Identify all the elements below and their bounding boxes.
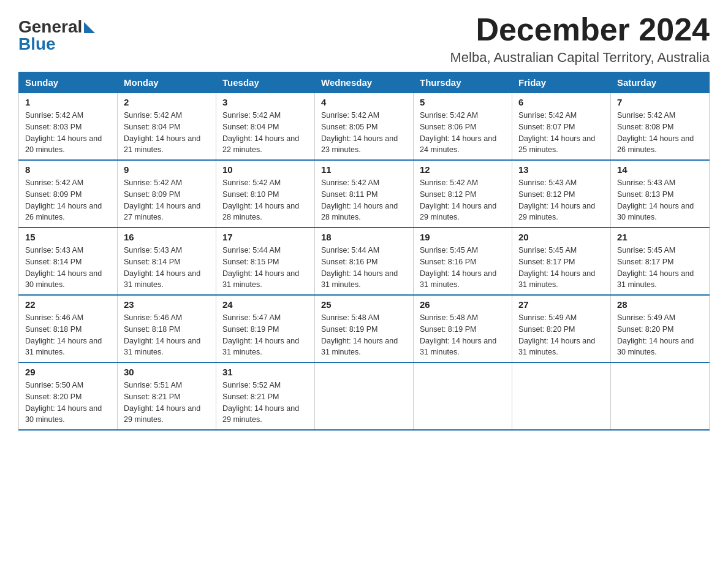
day-info: Sunrise: 5:51 AMSunset: 8:21 PMDaylight:… [124,380,210,426]
sunrise-text: Sunrise: 5:42 AM [420,110,506,121]
header-row: SundayMondayTuesdayWednesdayThursdayFrid… [19,72,710,93]
calendar-cell: 18Sunrise: 5:44 AMSunset: 8:16 PMDayligh… [315,228,414,295]
sunset-text: Sunset: 8:16 PM [321,256,407,268]
daylight-text: Daylight: 14 hours and 25 minutes. [518,133,604,156]
calendar-body: 1Sunrise: 5:42 AMSunset: 8:03 PMDaylight… [19,93,710,431]
sunrise-text: Sunrise: 5:42 AM [321,110,407,121]
daylight-text: Daylight: 14 hours and 31 minutes. [420,268,506,291]
sunrise-text: Sunrise: 5:42 AM [222,177,308,189]
calendar-cell: 10Sunrise: 5:42 AMSunset: 8:10 PMDayligh… [216,160,315,228]
sunset-text: Sunset: 8:19 PM [222,324,308,335]
sunrise-text: Sunrise: 5:42 AM [518,110,604,121]
calendar-cell [414,362,512,430]
day-number: 4 [321,97,407,107]
sunrise-text: Sunrise: 5:45 AM [420,245,506,256]
day-number: 9 [124,164,210,175]
calendar-cell: 21Sunrise: 5:45 AMSunset: 8:17 PMDayligh… [611,228,710,295]
daylight-text: Daylight: 14 hours and 30 minutes. [617,335,703,359]
day-info: Sunrise: 5:48 AMSunset: 8:19 PMDaylight:… [321,312,407,358]
sunrise-text: Sunrise: 5:45 AM [617,245,703,256]
calendar-cell: 6Sunrise: 5:42 AMSunset: 8:07 PMDaylight… [512,93,611,161]
calendar-cell: 7Sunrise: 5:42 AMSunset: 8:08 PMDaylight… [611,93,710,161]
sunrise-text: Sunrise: 5:44 AM [321,245,407,256]
sunrise-text: Sunrise: 5:50 AM [25,380,111,391]
day-info: Sunrise: 5:42 AMSunset: 8:05 PMDaylight:… [321,110,407,156]
day-number: 25 [321,299,407,310]
day-number: 20 [518,232,604,242]
daylight-text: Daylight: 14 hours and 30 minutes. [617,201,703,224]
calendar-cell: 27Sunrise: 5:49 AMSunset: 8:20 PMDayligh… [512,295,611,362]
sunrise-text: Sunrise: 5:45 AM [518,245,604,256]
calendar-cell: 4Sunrise: 5:42 AMSunset: 8:05 PMDaylight… [315,93,414,161]
calendar-cell: 15Sunrise: 5:43 AMSunset: 8:14 PMDayligh… [19,228,118,295]
sunset-text: Sunset: 8:21 PM [222,391,308,403]
day-number: 15 [25,232,111,242]
sunset-text: Sunset: 8:10 PM [222,189,308,201]
daylight-text: Daylight: 14 hours and 20 minutes. [25,133,111,156]
day-number: 17 [222,232,308,242]
calendar-cell: 23Sunrise: 5:46 AMSunset: 8:18 PMDayligh… [118,295,216,362]
day-info: Sunrise: 5:42 AMSunset: 8:06 PMDaylight:… [420,110,506,156]
daylight-text: Daylight: 14 hours and 29 minutes. [222,403,308,426]
day-info: Sunrise: 5:49 AMSunset: 8:20 PMDaylight:… [518,312,604,358]
day-info: Sunrise: 5:43 AMSunset: 8:14 PMDaylight:… [124,245,210,291]
page-header: General Blue December 2024 Melba, Austra… [18,12,710,66]
sunset-text: Sunset: 8:19 PM [321,324,407,335]
day-number: 13 [518,164,604,175]
sunrise-text: Sunrise: 5:52 AM [222,380,308,391]
day-number: 23 [124,299,210,310]
daylight-text: Daylight: 14 hours and 26 minutes. [25,201,111,224]
calendar-cell: 14Sunrise: 5:43 AMSunset: 8:13 PMDayligh… [611,160,710,228]
calendar-cell [611,362,710,430]
day-number: 14 [617,164,703,175]
day-info: Sunrise: 5:44 AMSunset: 8:16 PMDaylight:… [321,245,407,291]
calendar-cell: 1Sunrise: 5:42 AMSunset: 8:03 PMDaylight… [19,93,118,161]
sunrise-text: Sunrise: 5:43 AM [124,245,210,256]
calendar-table: SundayMondayTuesdayWednesdayThursdayFrid… [18,72,710,431]
calendar-cell: 29Sunrise: 5:50 AMSunset: 8:20 PMDayligh… [19,362,118,430]
day-info: Sunrise: 5:42 AMSunset: 8:08 PMDaylight:… [617,110,703,156]
sunrise-text: Sunrise: 5:48 AM [420,312,506,324]
sunrise-text: Sunrise: 5:43 AM [617,177,703,189]
sunset-text: Sunset: 8:15 PM [222,256,308,268]
day-info: Sunrise: 5:42 AMSunset: 8:09 PMDaylight:… [25,177,111,223]
calendar-week-3: 15Sunrise: 5:43 AMSunset: 8:14 PMDayligh… [19,228,710,295]
day-number: 3 [222,97,308,107]
day-number: 2 [124,97,210,107]
sunrise-text: Sunrise: 5:51 AM [124,380,210,391]
daylight-text: Daylight: 14 hours and 27 minutes. [124,201,210,224]
sunset-text: Sunset: 8:14 PM [124,256,210,268]
day-info: Sunrise: 5:42 AMSunset: 8:07 PMDaylight:… [518,110,604,156]
sunrise-text: Sunrise: 5:43 AM [25,245,111,256]
calendar-week-1: 1Sunrise: 5:42 AMSunset: 8:03 PMDaylight… [19,93,710,161]
daylight-text: Daylight: 14 hours and 26 minutes. [617,133,703,156]
daylight-text: Daylight: 14 hours and 22 minutes. [222,133,308,156]
day-number: 6 [518,97,604,107]
sunset-text: Sunset: 8:19 PM [420,324,506,335]
calendar-cell: 12Sunrise: 5:42 AMSunset: 8:12 PMDayligh… [414,160,512,228]
daylight-text: Daylight: 14 hours and 31 minutes. [25,335,111,359]
calendar-cell: 24Sunrise: 5:47 AMSunset: 8:19 PMDayligh… [216,295,315,362]
day-number: 21 [617,232,703,242]
calendar-cell: 31Sunrise: 5:52 AMSunset: 8:21 PMDayligh… [216,362,315,430]
sunset-text: Sunset: 8:08 PM [617,121,703,133]
sunset-text: Sunset: 8:04 PM [124,121,210,133]
calendar-header: SundayMondayTuesdayWednesdayThursdayFrid… [19,72,710,93]
calendar-cell: 3Sunrise: 5:42 AMSunset: 8:04 PMDaylight… [216,93,315,161]
calendar-cell: 22Sunrise: 5:46 AMSunset: 8:18 PMDayligh… [19,295,118,362]
sunset-text: Sunset: 8:20 PM [617,324,703,335]
header-day-monday: Monday [118,72,216,93]
day-info: Sunrise: 5:42 AMSunset: 8:09 PMDaylight:… [124,177,210,223]
header-day-tuesday: Tuesday [216,72,315,93]
day-info: Sunrise: 5:42 AMSunset: 8:12 PMDaylight:… [420,177,506,223]
day-number: 11 [321,164,407,175]
daylight-text: Daylight: 14 hours and 30 minutes. [25,268,111,291]
day-info: Sunrise: 5:43 AMSunset: 8:12 PMDaylight:… [518,177,604,223]
calendar-cell: 26Sunrise: 5:48 AMSunset: 8:19 PMDayligh… [414,295,512,362]
daylight-text: Daylight: 14 hours and 31 minutes. [124,268,210,291]
day-info: Sunrise: 5:46 AMSunset: 8:18 PMDaylight:… [25,312,111,358]
daylight-text: Daylight: 14 hours and 31 minutes. [321,335,407,359]
day-number: 12 [420,164,506,175]
sunrise-text: Sunrise: 5:47 AM [222,312,308,324]
calendar-cell: 11Sunrise: 5:42 AMSunset: 8:11 PMDayligh… [315,160,414,228]
